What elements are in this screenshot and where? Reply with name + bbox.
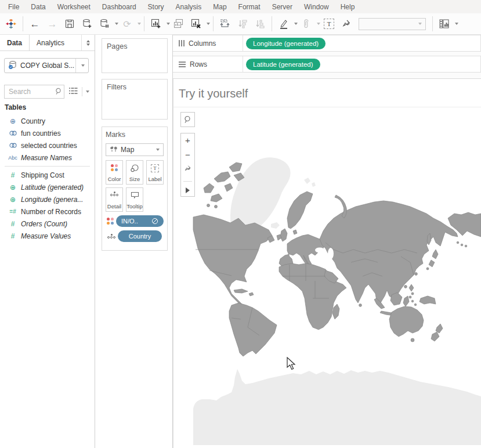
datasource-selector[interactable]: COPY Global S... (4, 58, 89, 73)
field-fun-countries[interactable]: fun countries (0, 127, 95, 139)
label-label: Label (148, 176, 161, 182)
show-me-icon[interactable] (437, 16, 452, 31)
clear-sheet-caret[interactable] (207, 23, 210, 25)
field-measure-values[interactable]: # Measure Values (0, 230, 95, 242)
datasource-caret[interactable] (75, 59, 88, 73)
menu-bar: File Data Worksheet Dashboard Story Anal… (0, 0, 481, 13)
field-country[interactable]: ⊕ Country (0, 115, 95, 127)
field-label: Country (21, 117, 45, 125)
field-latitude[interactable]: ⊕ Latitude (generated) (0, 181, 95, 193)
field-label: selected countries (21, 142, 77, 150)
map-search-button[interactable] (180, 112, 195, 127)
field-longitude[interactable]: ⊕ Longitude (genera... (0, 193, 95, 205)
menu-analysis[interactable]: Analysis (170, 3, 208, 11)
mark-type-dropdown[interactable]: Map (106, 143, 164, 156)
rows-shelf[interactable]: Rows Latitude (generated) (173, 56, 481, 73)
view-as-list-icon[interactable] (69, 87, 78, 96)
rows-icon (179, 62, 186, 67)
menu-server[interactable]: Server (266, 3, 298, 11)
tab-data[interactable]: Data (0, 35, 30, 50)
abc-icon: Abc (5, 155, 21, 161)
detail-target-icon (107, 234, 115, 239)
menu-data[interactable]: Data (25, 3, 51, 11)
swap-rows-columns-icon[interactable] (218, 16, 233, 31)
show-me-caret[interactable] (455, 23, 458, 25)
autonumber-icon: =# (5, 208, 21, 215)
tooltip-button[interactable]: Tooltip (126, 187, 143, 212)
presentation-pin-icon[interactable] (339, 16, 354, 31)
sheet-title[interactable]: Try it yourself (179, 87, 248, 100)
zoom-control-divider (183, 181, 192, 182)
back-icon[interactable]: ← (27, 16, 42, 31)
size-button[interactable]: Size (126, 160, 143, 185)
field-label: Measure Values (21, 232, 71, 240)
field-selected-countries[interactable]: selected countries (0, 139, 95, 151)
tableau-logo-icon[interactable] (3, 16, 19, 31)
tab-analytics[interactable]: Analytics (30, 35, 71, 50)
field-measure-names[interactable]: Abc Measure Names (0, 151, 95, 164)
search-icon (55, 88, 63, 97)
color-pill[interactable]: IN/O.. (116, 215, 164, 227)
detail-button[interactable]: Detail (106, 187, 123, 212)
zoom-out-button[interactable]: − (181, 151, 194, 159)
zoom-in-button[interactable]: + (181, 136, 194, 144)
map-view[interactable]: + − (173, 107, 481, 445)
pause-auto-updates-icon[interactable] (97, 16, 112, 31)
field-list-options-caret[interactable] (86, 91, 89, 93)
field-number-of-records[interactable]: =# Number of Records (0, 205, 95, 218)
set-icon (5, 130, 21, 136)
size-icon (130, 164, 139, 174)
mark-type-value: Map (121, 146, 154, 154)
color-button[interactable]: Color (106, 160, 123, 185)
pause-updates-caret[interactable] (115, 23, 118, 25)
data-pane: Data Analytics COPY Global S... (0, 35, 95, 448)
group-members-caret (317, 23, 320, 25)
pane-collapse-icon[interactable] (81, 35, 95, 50)
menu-story[interactable]: Story (142, 3, 170, 11)
menu-map[interactable]: Map (207, 3, 232, 11)
new-worksheet-caret[interactable] (167, 23, 170, 25)
filters-shelf[interactable]: Filters (102, 79, 168, 120)
size-label: Size (129, 176, 140, 182)
world-map (173, 107, 481, 445)
detail-label: Detail (107, 203, 121, 209)
field-list: ⊕ Country fun countries selected countri… (0, 115, 95, 242)
toolbar: ← → ⟳ (0, 13, 481, 35)
show-mark-labels-icon[interactable]: T (321, 16, 337, 31)
color-label: Color (108, 176, 121, 182)
label-button[interactable]: T Label (146, 160, 164, 185)
zoom-home-pin-icon[interactable] (184, 165, 191, 175)
clear-sheet-icon[interactable] (189, 16, 204, 31)
new-datasource-icon[interactable] (79, 16, 95, 31)
menu-file[interactable]: File (2, 3, 25, 11)
menu-format[interactable]: Format (233, 3, 266, 11)
columns-shelf[interactable]: Columns Longitude (generated) (173, 35, 481, 52)
latitude-pill[interactable]: Latitude (generated) (246, 59, 320, 70)
field-shipping-cost[interactable]: # Shipping Cost (0, 169, 95, 181)
tableau-window: File Data Worksheet Dashboard Story Anal… (0, 0, 481, 448)
field-label: Number of Records (21, 208, 81, 216)
highlight-caret[interactable] (294, 23, 298, 25)
mouse-cursor (287, 357, 296, 371)
menu-window[interactable]: Window (298, 3, 335, 11)
menu-help[interactable]: Help (335, 3, 361, 11)
map-controls-expand-icon[interactable] (186, 187, 190, 193)
number-icon: # (5, 220, 21, 228)
pages-shelf[interactable]: Pages (102, 38, 168, 73)
sort-ascending-icon (235, 16, 250, 31)
fit-selector[interactable] (359, 18, 426, 30)
longitude-pill[interactable]: Longitude (generated) (246, 38, 326, 49)
duplicate-sheet-icon[interactable] (171, 16, 186, 31)
save-icon[interactable] (62, 16, 77, 31)
menu-worksheet[interactable]: Worksheet (52, 3, 96, 11)
new-worksheet-icon[interactable] (149, 16, 164, 31)
country-pill[interactable]: Country (118, 230, 162, 242)
forward-icon: → (45, 16, 60, 31)
mark-type-caret[interactable] (156, 149, 160, 151)
globe-icon: ⊕ (5, 117, 21, 125)
field-orders-count[interactable]: # Orders (Count) (0, 218, 95, 230)
sort-descending-icon (252, 16, 267, 31)
menu-dashboard[interactable]: Dashboard (96, 3, 142, 11)
tooltip-icon (131, 192, 139, 201)
highlight-icon[interactable] (276, 16, 291, 31)
